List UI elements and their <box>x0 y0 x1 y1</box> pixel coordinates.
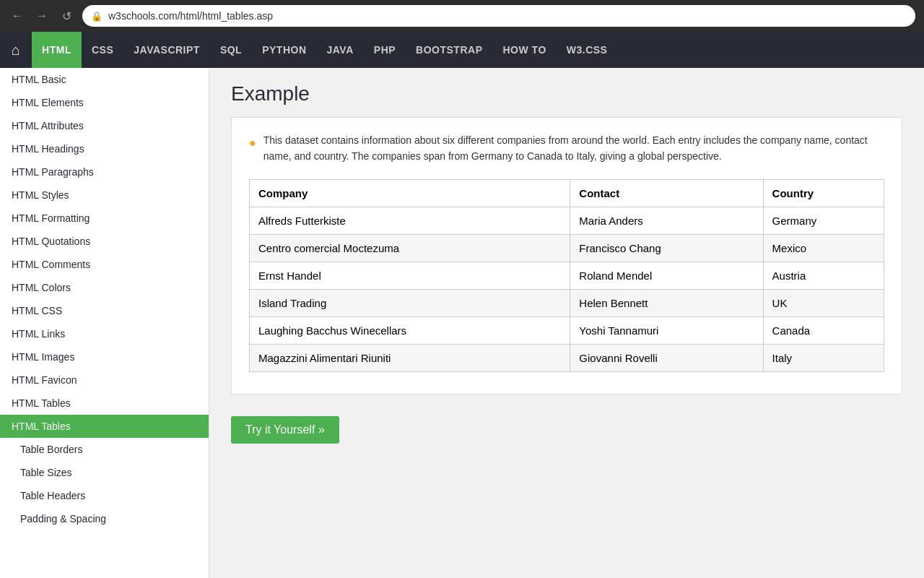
sidebar: HTML Basic HTML Elements HTML Attributes… <box>0 68 209 578</box>
table-cell: Ernst Handel <box>250 262 570 289</box>
nav-bootstrap[interactable]: BOOTSTRAP <box>406 32 492 68</box>
sidebar-item-html-styles[interactable]: HTML Styles <box>0 184 209 207</box>
sidebar-item-html-attributes[interactable]: HTML Attributes <box>0 114 209 137</box>
forward-button[interactable]: → <box>33 7 51 25</box>
sidebar-item-html-basic[interactable]: HTML Basic <box>0 68 209 91</box>
home-button[interactable]: ⌂ <box>0 32 32 68</box>
table-cell: Yoshi Tannamuri <box>570 316 763 344</box>
example-box: ● This dataset contains information abou… <box>231 117 902 394</box>
table-cell: Island Trading <box>250 289 570 316</box>
back-button[interactable]: ← <box>9 7 26 25</box>
sidebar-item-html-headings[interactable]: HTML Headings <box>0 137 209 160</box>
table-cell: Austria <box>763 262 884 289</box>
table-row: Alfreds FutterkisteMaria AndersGermany <box>250 207 884 234</box>
lock-icon: 🔒 <box>91 11 103 22</box>
table-row: Magazzini Alimentari RiunitiGiovanni Rov… <box>250 344 884 371</box>
col-company: Company <box>250 179 570 207</box>
nav-javascript[interactable]: JAVASCRIPT <box>123 32 210 68</box>
example-heading: Example <box>231 82 902 105</box>
nav-w3css[interactable]: W3.CSS <box>557 32 618 68</box>
table-cell: Roland Mendel <box>570 262 763 289</box>
table-cell: Francisco Chang <box>570 234 763 262</box>
table-cell: Canada <box>763 316 884 344</box>
sidebar-item-html-quotations[interactable]: HTML Quotations <box>0 230 209 253</box>
col-contact: Contact <box>570 179 763 207</box>
sidebar-item-table-headers[interactable]: Table Headers <box>0 484 209 507</box>
sidebar-item-html-paragraphs[interactable]: HTML Paragraphs <box>0 160 209 184</box>
sidebar-item-html-css[interactable]: HTML CSS <box>0 299 209 322</box>
table-cell: Alfreds Futterkiste <box>250 207 570 234</box>
table-cell: Helen Bennett <box>570 289 763 316</box>
table-row: Centro comercial MoctezumaFrancisco Chan… <box>250 234 884 262</box>
top-nav: ⌂ HTML CSS JAVASCRIPT SQL PYTHON JAVA PH… <box>0 32 924 68</box>
nav-css[interactable]: CSS <box>82 32 123 68</box>
main-content: Example ● This dataset contains informat… <box>209 68 924 578</box>
sidebar-item-html-comments[interactable]: HTML Comments <box>0 253 209 276</box>
sidebar-item-table-sizes[interactable]: Table Sizes <box>0 461 209 484</box>
sidebar-item-html-images[interactable]: HTML Images <box>0 345 209 368</box>
url-text: w3schools.com/html/html_tables.asp <box>108 10 273 22</box>
table-cell: UK <box>763 289 884 316</box>
info-icon: ● <box>249 134 256 152</box>
table-row: Island TradingHelen BennettUK <box>250 289 884 316</box>
sidebar-item-table-borders[interactable]: Table Borders <box>0 438 209 461</box>
table-cell: Magazzini Alimentari Riuniti <box>250 344 570 371</box>
table-cell: Maria Anders <box>570 207 763 234</box>
reload-button[interactable]: ↺ <box>58 7 75 25</box>
table-cell: Germany <box>763 207 884 234</box>
sidebar-item-html-colors[interactable]: HTML Colors <box>0 276 209 299</box>
col-country: Country <box>763 179 884 207</box>
address-bar[interactable]: 🔒 w3schools.com/html/html_tables.asp <box>82 5 915 27</box>
table-cell: Centro comercial Moctezuma <box>250 234 570 262</box>
data-table: Company Contact Country Alfreds Futterki… <box>249 179 884 372</box>
sidebar-item-html-formatting[interactable]: HTML Formatting <box>0 207 209 230</box>
nav-java[interactable]: JAVA <box>317 32 364 68</box>
nav-html[interactable]: HTML <box>32 32 82 68</box>
try-it-yourself-button[interactable]: Try it Yourself » <box>231 416 339 444</box>
table-row: Ernst HandelRoland MendelAustria <box>250 262 884 289</box>
nav-howto[interactable]: HOW TO <box>492 32 556 68</box>
main-layout: HTML Basic HTML Elements HTML Attributes… <box>0 68 924 578</box>
sidebar-item-html-tables[interactable]: HTML Tables <box>0 415 209 438</box>
sidebar-item-html-elements[interactable]: HTML Elements <box>0 91 209 114</box>
table-row: Laughing Bacchus WinecellarsYoshi Tannam… <box>250 316 884 344</box>
table-cell: Giovanni Rovelli <box>570 344 763 371</box>
info-box: ● This dataset contains information abou… <box>249 132 884 165</box>
table-cell: Mexico <box>763 234 884 262</box>
sidebar-item-html-tables-prev[interactable]: HTML Tables <box>0 392 209 415</box>
sidebar-item-padding-spacing[interactable]: Padding & Spacing <box>0 507 209 530</box>
nav-sql[interactable]: SQL <box>210 32 252 68</box>
nav-php[interactable]: PHP <box>364 32 406 68</box>
sidebar-item-html-links[interactable]: HTML Links <box>0 322 209 345</box>
browser-bar: ← → ↺ 🔒 w3schools.com/html/html_tables.a… <box>0 0 924 32</box>
nav-python[interactable]: PYTHON <box>252 32 316 68</box>
table-cell: Italy <box>763 344 884 371</box>
info-text: This dataset contains information about … <box>263 132 884 165</box>
sidebar-item-html-favicon[interactable]: HTML Favicon <box>0 368 209 392</box>
table-cell: Laughing Bacchus Winecellars <box>250 316 570 344</box>
